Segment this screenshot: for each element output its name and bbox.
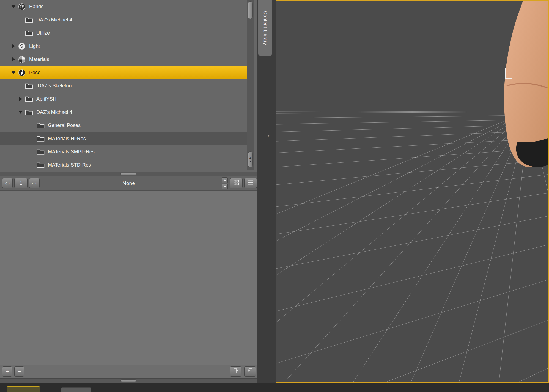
- bottom-bar: [0, 383, 549, 392]
- scrollbar-thumb[interactable]: [120, 173, 136, 175]
- expand-arrow-icon[interactable]: [10, 66, 17, 79]
- viewport-3d[interactable]: [276, 0, 549, 383]
- scrollbar-thumb[interactable]: [248, 1, 253, 19]
- zoom-out-button[interactable]: −: [222, 184, 228, 189]
- expand-arrow-icon[interactable]: [10, 0, 17, 13]
- partial-item-highlighted[interactable]: [7, 386, 40, 392]
- tree-vertical-scrollbar[interactable]: ▲ ▼: [247, 0, 254, 170]
- tree-item-label: AprilYSH: [36, 96, 56, 102]
- content-items-area[interactable]: [0, 190, 257, 365]
- expand-spacer: [29, 158, 36, 172]
- scroll-down-icon[interactable]: ▼: [249, 159, 252, 163]
- expand-arrow-icon[interactable]: [10, 53, 17, 66]
- pose-icon: [17, 68, 26, 77]
- tree-item-label: !DAZ's Skeleton: [36, 83, 72, 89]
- expand-arrow-icon[interactable]: [17, 92, 24, 106]
- expand-spacer: [17, 26, 24, 40]
- scrollbar-arrows[interactable]: ▲ ▼: [248, 151, 253, 167]
- tree-item-label: DAZ's Michael 4: [36, 17, 72, 23]
- tree-item-label: General Poses: [48, 123, 81, 128]
- expand-arrow-icon[interactable]: [10, 40, 17, 53]
- zoom-in-button[interactable]: +: [222, 177, 228, 183]
- plus-icon: +: [6, 368, 9, 375]
- figure-arm[interactable]: [498, 1, 548, 176]
- plus-icon: +: [224, 178, 226, 182]
- tree-item-pose[interactable]: Pose: [0, 66, 247, 79]
- remove-button[interactable]: −: [14, 366, 24, 377]
- items-horizontal-scrollbar[interactable]: [0, 378, 257, 383]
- folder-icon: [24, 82, 34, 90]
- expand-spacer: [29, 145, 36, 158]
- tree-item-label: MATerials SMPL-Res: [48, 149, 95, 155]
- panel-collapse-handle[interactable]: ▸: [268, 133, 270, 138]
- tab-content-library[interactable]: Content Library: [258, 0, 272, 56]
- grid-view-icon: [234, 180, 239, 187]
- prev-page-button[interactable]: ⇦: [2, 178, 13, 188]
- tree-item-label: DAZ's Michael 4: [36, 109, 72, 115]
- minus-icon: −: [18, 368, 21, 375]
- add-button[interactable]: +: [2, 366, 12, 377]
- tree-item-label: Utilize: [36, 30, 50, 36]
- tree-item-label: MATerials STD-Res: [48, 162, 91, 168]
- next-page-button[interactable]: ⇨: [29, 178, 40, 188]
- expand-spacer: [29, 119, 36, 132]
- folder-icon: [36, 161, 45, 169]
- tree-item-aprilysh[interactable]: AprilYSH: [0, 92, 247, 106]
- tree-item-label: Light: [29, 43, 40, 49]
- tree-item-label: Materials: [29, 57, 49, 62]
- tree-item-materials-std-res[interactable]: MATerials STD-Res: [0, 158, 247, 172]
- tree-item-dazs-michael-4[interactable]: DAZ's Michael 4: [0, 13, 247, 26]
- panel-bottom-toolbar: + −: [0, 365, 257, 378]
- folder-icon: [24, 108, 34, 116]
- expand-spacer: [29, 132, 36, 145]
- import-file-icon: [247, 368, 253, 376]
- list-view-icon: [248, 180, 253, 186]
- folder-icon: [36, 121, 45, 129]
- folder-icon: [36, 148, 45, 156]
- tree-item-dazs-skeleton[interactable]: !DAZ's Skeleton: [0, 79, 247, 92]
- content-library-panel: Hands DAZ's Michael 4 Utilize: [0, 0, 257, 383]
- arrow-right-icon: ⇨: [32, 180, 37, 186]
- tree-item-label: Hands: [29, 4, 43, 10]
- tree-item-general-poses[interactable]: General Poses: [0, 119, 247, 132]
- scroll-up-icon[interactable]: ▲: [249, 156, 252, 159]
- page-number-field[interactable]: 1: [14, 178, 28, 188]
- folder-icon: [24, 95, 34, 103]
- tree-item-label: Pose: [29, 70, 40, 76]
- tree-item-materials-hi-res[interactable]: MATerials Hi-Res: [0, 132, 247, 145]
- export-file-button[interactable]: [230, 366, 241, 377]
- tree-item-label: MATerials Hi-Res: [48, 136, 86, 142]
- folder-icon: [24, 29, 34, 37]
- tab-label: Content Library: [262, 11, 268, 45]
- minus-icon: −: [224, 184, 226, 188]
- partial-item[interactable]: [61, 387, 91, 392]
- materials-icon: [17, 55, 26, 64]
- dock-strip: Content Library ▸: [257, 0, 276, 383]
- page-number: 1: [20, 181, 22, 186]
- expand-spacer: [17, 13, 24, 26]
- expand-spacer: [17, 79, 24, 92]
- tree-horizontal-scrollbar[interactable]: [0, 172, 257, 176]
- grid-view-button[interactable]: [230, 178, 243, 188]
- import-file-button[interactable]: [244, 366, 256, 377]
- tree-item-materials[interactable]: Materials: [0, 53, 247, 66]
- export-file-icon: [233, 368, 239, 376]
- scrollbar-thumb[interactable]: [120, 379, 136, 382]
- light-icon: [17, 42, 26, 50]
- tree-item-utilize[interactable]: Utilize: [0, 26, 247, 40]
- folder-icon: [24, 16, 34, 24]
- folder-icon: [36, 134, 45, 143]
- pager-bar: None ⇦ 1 ⇨ + −: [0, 176, 257, 190]
- arrow-left-icon: ⇦: [5, 180, 10, 186]
- content-tree: Hands DAZ's Michael 4 Utilize: [0, 0, 257, 172]
- tree-item-light[interactable]: Light: [0, 40, 247, 53]
- tree-item-dazs-michael-4-pose[interactable]: DAZ's Michael 4: [0, 106, 247, 119]
- tree-item-materials-smpl-res[interactable]: MATerials SMPL-Res: [0, 145, 247, 158]
- tree-item-hands[interactable]: Hands: [0, 0, 247, 13]
- selection-corner-icon: [505, 68, 512, 79]
- expand-arrow-icon[interactable]: [17, 106, 24, 119]
- app-window: Hands DAZ's Michael 4 Utilize: [0, 0, 549, 392]
- list-view-button[interactable]: [244, 178, 257, 188]
- collapse-chevron-icon: ▸: [268, 133, 270, 138]
- hands-icon: [17, 2, 26, 11]
